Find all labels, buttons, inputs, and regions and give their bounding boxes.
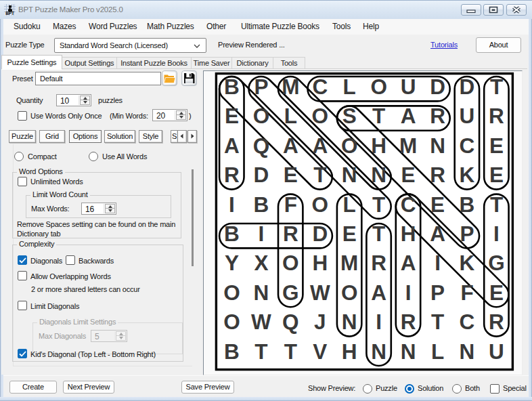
svg-text:D: D — [460, 75, 475, 99]
svg-text:N: N — [460, 339, 475, 364]
svg-text:T: T — [254, 339, 267, 364]
svg-text:P: P — [430, 280, 445, 305]
svg-text:H: H — [342, 339, 357, 364]
svg-text:E: E — [489, 163, 504, 187]
svg-text:P: P — [460, 221, 474, 246]
svg-text:E: E — [489, 280, 504, 305]
svg-text:K: K — [460, 163, 475, 187]
svg-text:G: G — [488, 251, 504, 275]
svg-text:E: E — [342, 221, 357, 246]
svg-text:BPT: BPT — [5, 11, 14, 16]
svg-text:T: T — [372, 192, 385, 217]
svg-text:B: B — [254, 192, 269, 217]
svg-text:R: R — [430, 163, 445, 187]
svg-text:O: O — [223, 310, 240, 334]
svg-text:E: E — [430, 192, 445, 217]
svg-text:Q: Q — [253, 133, 269, 158]
svg-text:M: M — [282, 75, 299, 99]
svg-text:A: A — [371, 280, 386, 305]
svg-text:I: I — [229, 192, 235, 217]
svg-text:H: H — [401, 221, 416, 246]
svg-text:A: A — [430, 221, 445, 246]
svg-text:R: R — [489, 104, 504, 128]
svg-text:N: N — [430, 133, 445, 158]
svg-text:F: F — [284, 192, 297, 217]
svg-text:R: R — [283, 221, 298, 246]
svg-text:X: X — [254, 251, 268, 275]
svg-text:W: W — [310, 280, 330, 305]
svg-text:T: T — [372, 221, 385, 246]
svg-text:S: S — [342, 104, 357, 128]
svg-text:A: A — [401, 251, 416, 275]
svg-text:I: I — [259, 221, 265, 246]
svg-text:O: O — [370, 75, 386, 99]
svg-text:O: O — [253, 104, 269, 128]
svg-text:I: I — [376, 310, 382, 334]
svg-text:N: N — [342, 310, 357, 334]
svg-text:L: L — [343, 192, 356, 217]
svg-text:E: E — [489, 133, 504, 158]
svg-text:U: U — [460, 104, 475, 128]
svg-text:C: C — [460, 310, 475, 334]
svg-text:N: N — [254, 280, 269, 305]
svg-text:B: B — [224, 339, 240, 364]
svg-text:D: D — [312, 221, 328, 246]
svg-text:H: H — [312, 251, 328, 275]
svg-text:A: A — [401, 104, 416, 128]
svg-text:T: T — [284, 339, 297, 364]
svg-text:T: T — [490, 192, 503, 217]
svg-text:K: K — [460, 251, 475, 275]
svg-text:R: R — [401, 310, 416, 334]
svg-text:Y: Y — [225, 251, 239, 275]
svg-text:A: A — [283, 133, 298, 158]
svg-text:O: O — [341, 280, 357, 305]
svg-text:N: N — [371, 163, 386, 187]
svg-text:O: O — [282, 251, 298, 275]
svg-text:E: E — [401, 163, 416, 187]
svg-text:G: G — [282, 280, 298, 305]
svg-text:V: V — [313, 339, 327, 364]
svg-text:R: R — [371, 251, 386, 275]
svg-text:D: D — [254, 163, 269, 187]
svg-text:N: N — [401, 339, 416, 364]
svg-text:L: L — [343, 75, 356, 99]
svg-text:M: M — [340, 251, 358, 275]
svg-text:A: A — [312, 133, 328, 158]
svg-text:U: U — [489, 339, 504, 364]
svg-text:E: E — [225, 104, 239, 128]
svg-text:U: U — [401, 75, 416, 99]
svg-text:C: C — [312, 75, 328, 99]
svg-text:B: B — [460, 192, 475, 217]
svg-text:H: H — [371, 133, 386, 158]
svg-text:P: P — [254, 75, 268, 99]
svg-text:M: M — [399, 133, 417, 158]
svg-text:N: N — [342, 163, 357, 187]
svg-text:I: I — [405, 280, 412, 305]
svg-text:D: D — [430, 75, 445, 99]
svg-text:O: O — [312, 104, 328, 128]
svg-text:T: T — [431, 310, 444, 334]
svg-text:B: B — [224, 75, 240, 99]
svg-text:R: R — [430, 104, 445, 128]
svg-text:B: B — [224, 221, 240, 246]
svg-text:C: C — [401, 192, 416, 217]
svg-text:O: O — [223, 280, 240, 305]
svg-text:A: A — [224, 133, 240, 158]
svg-text:O: O — [312, 192, 328, 217]
svg-text:R: R — [224, 163, 240, 187]
svg-text:E: E — [284, 163, 298, 187]
svg-text:F: F — [460, 280, 473, 305]
svg-text:J: J — [314, 310, 326, 334]
svg-text:Q: Q — [282, 310, 298, 334]
svg-text:T: T — [313, 163, 326, 187]
svg-text:T: T — [372, 104, 385, 128]
svg-text:C: C — [460, 133, 475, 158]
svg-text:W: W — [251, 310, 271, 334]
svg-text:I: I — [493, 221, 500, 246]
svg-text:O: O — [341, 133, 357, 158]
svg-text:I: I — [435, 251, 441, 275]
svg-text:R: R — [489, 310, 504, 334]
svg-text:L: L — [431, 339, 444, 364]
svg-text:L: L — [284, 104, 297, 128]
svg-text:N: N — [371, 339, 386, 364]
